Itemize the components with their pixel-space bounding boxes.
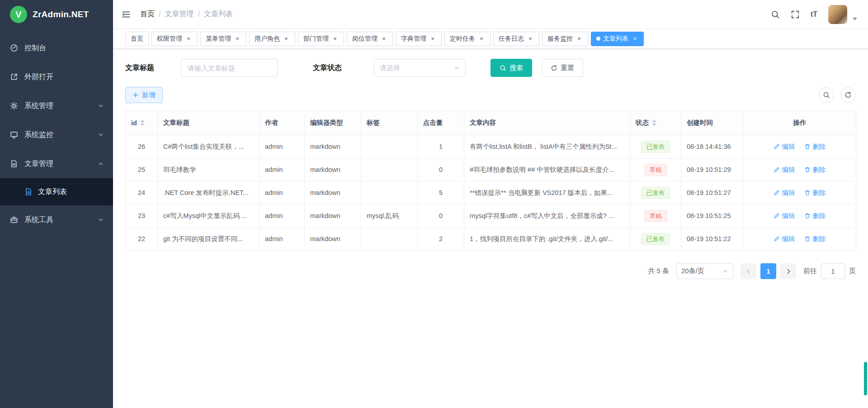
close-icon[interactable] — [380, 35, 387, 43]
pagination: 共 5 条 20条/页 1 前往 — [125, 263, 856, 279]
tab-label: 首页 — [131, 35, 143, 43]
font-size-icon[interactable]: tT — [811, 10, 817, 19]
delete-button[interactable]: 删除 — [804, 142, 826, 151]
tab-service-monitor[interactable]: 服务监控 — [542, 32, 588, 46]
article-title-input[interactable] — [181, 59, 278, 77]
column-header-title: 文章标题 — [158, 111, 259, 135]
close-icon[interactable] — [576, 35, 583, 43]
cell-id: 26 — [126, 135, 158, 158]
page-number-button[interactable]: 1 — [760, 263, 776, 279]
column-header-tags: 标签 — [361, 111, 418, 135]
edit-button[interactable]: 编辑 — [774, 212, 795, 220]
search-button[interactable]: 搜索 — [491, 59, 532, 77]
sidebar-collapse-icon[interactable] — [121, 9, 131, 19]
delete-button[interactable]: 删除 — [804, 189, 826, 197]
logo[interactable]: V ZrAdmin.NET — [0, 0, 113, 29]
page-size-select[interactable]: 20条/页 — [676, 263, 733, 279]
close-icon[interactable] — [185, 35, 192, 43]
sidebar-item-label: 文章列表 — [38, 187, 67, 197]
tab-menu-admin[interactable]: 菜单管理 — [200, 32, 246, 46]
edit-label: 编辑 — [782, 235, 795, 243]
edit-label: 编辑 — [782, 142, 795, 151]
add-button[interactable]: 新增 — [125, 87, 163, 103]
sidebar-item-system-tools[interactable]: 系统工具 — [0, 205, 113, 234]
reset-button[interactable]: 重置 — [542, 59, 583, 77]
sidebar: V ZrAdmin.NET 控制台 外部打开 系统管理 — [0, 0, 113, 408]
close-icon[interactable] — [527, 35, 534, 43]
next-page-button[interactable] — [780, 263, 796, 279]
breadcrumb-home[interactable]: 首页 — [140, 9, 155, 19]
cell-hits: 0 — [418, 158, 464, 181]
column-header-hits: 点击量 — [418, 111, 464, 135]
tab-article-list[interactable]: 文章列表 — [591, 32, 644, 46]
tab-scheduled-task[interactable]: 定时任务 — [444, 32, 491, 46]
logo-text: ZrAdmin.NET — [33, 9, 89, 19]
chevron-down-icon — [98, 132, 104, 138]
main-area: 首页 / 文章管理 / 文章列表 tT 首页 — [113, 0, 868, 408]
breadcrumb-separator: / — [159, 10, 160, 19]
delete-button[interactable]: 删除 — [804, 235, 826, 243]
close-icon[interactable] — [234, 35, 241, 43]
breadcrumb: 首页 / 文章管理 / 文章列表 — [140, 9, 233, 19]
cell-content: 有两个list,listA 和listB， listA中有三个属性列为St... — [464, 135, 630, 158]
sidebar-item-system-monitor[interactable]: 系统监控 — [0, 120, 113, 149]
tab-home[interactable]: 首页 — [125, 32, 149, 46]
edit-button[interactable]: 编辑 — [774, 189, 795, 197]
close-icon[interactable] — [283, 35, 290, 43]
tab-post-admin[interactable]: 岗位管理 — [347, 32, 393, 46]
tab-dict-admin[interactable]: 字典管理 — [396, 32, 442, 46]
edit-button[interactable]: 编辑 — [774, 142, 795, 151]
sort-icon[interactable] — [140, 120, 145, 126]
edit-button[interactable]: 编辑 — [774, 235, 795, 243]
avatar[interactable] — [828, 5, 847, 24]
breadcrumb-article-admin[interactable]: 文章管理 — [165, 9, 193, 19]
close-icon[interactable] — [478, 35, 485, 43]
refresh-button[interactable] — [840, 87, 856, 103]
close-icon[interactable] — [631, 35, 638, 43]
prev-page-button[interactable] — [741, 263, 756, 279]
sidebar-item-system-admin[interactable]: 系统管理 — [0, 91, 113, 120]
cell-ops: 编辑 删除 — [743, 135, 856, 158]
status-badge: 草稿 — [644, 164, 667, 176]
cell-tags — [361, 228, 418, 251]
tab-label: 岗位管理 — [352, 35, 377, 43]
tab-user-role[interactable]: 用户角色 — [249, 32, 295, 46]
delete-label: 删除 — [813, 142, 826, 151]
cell-editor: markdown — [305, 204, 361, 228]
scrollbar-thumb[interactable] — [864, 362, 867, 395]
search-icon[interactable] — [771, 10, 780, 19]
status-badge: 已发布 — [641, 141, 670, 153]
goto-page-input[interactable] — [821, 263, 845, 279]
fullscreen-icon[interactable] — [791, 10, 800, 19]
close-icon[interactable] — [331, 35, 339, 43]
toggle-search-button[interactable] — [819, 87, 834, 103]
sidebar-item-label: 系统工具 — [24, 215, 53, 225]
status-badge: 草稿 — [644, 210, 667, 222]
cell-title: git 为不同的项目设置不同... — [158, 228, 259, 251]
cell-created: 08-19 10:51:25 — [681, 204, 743, 228]
sidebar-item-article-list[interactable]: 文章列表 — [0, 178, 113, 205]
cell-id: 25 — [126, 158, 158, 181]
close-icon[interactable] — [429, 35, 436, 43]
tab-permission[interactable]: 权限管理 — [151, 32, 198, 46]
caret-down-icon[interactable] — [853, 18, 857, 20]
tab-dept-admin[interactable]: 部门管理 — [298, 32, 344, 46]
cell-editor: markdown — [305, 228, 361, 251]
tab-label: 文章列表 — [603, 35, 628, 43]
edit-label: 编辑 — [782, 212, 795, 220]
sidebar-item-external[interactable]: 外部打开 — [0, 62, 113, 91]
article-status-select[interactable]: 请选择 — [374, 59, 466, 77]
delete-button[interactable]: 删除 — [804, 212, 826, 220]
delete-button[interactable]: 删除 — [804, 166, 826, 174]
cell-created: 08-19 10:51:29 — [681, 158, 743, 181]
edit-button[interactable]: 编辑 — [774, 166, 795, 174]
cell-status: 已发布 — [630, 228, 681, 251]
tab-task-log[interactable]: 任务日志 — [493, 32, 539, 46]
sort-icon[interactable] — [652, 120, 656, 126]
sidebar-item-dashboard[interactable]: 控制台 — [0, 33, 113, 62]
column-header-ops: 操作 — [743, 111, 856, 135]
table-row: 26 C#两个list集合实现关联，... admin markdown 1 有… — [126, 135, 856, 158]
sidebar-item-article-admin[interactable]: 文章管理 — [0, 149, 113, 178]
cell-id: 22 — [126, 228, 158, 251]
edit-label: 编辑 — [782, 189, 795, 197]
